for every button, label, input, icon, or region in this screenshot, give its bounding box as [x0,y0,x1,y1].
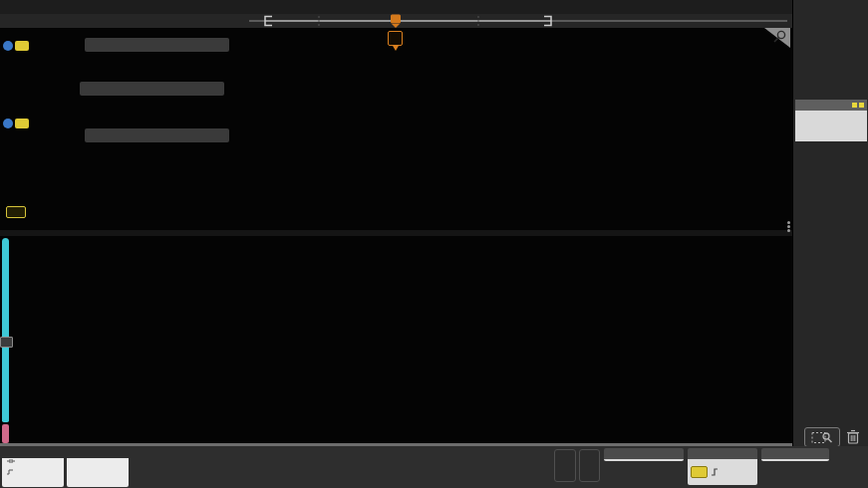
channel1-bandwidth [6,468,64,478]
meas1-source-dot [859,103,864,108]
trigger-title [688,448,757,459]
bottom-settings-bar [0,446,868,488]
digital-threshold-marker [0,337,13,348]
channel1-title [2,447,64,458]
menu-bar [0,0,792,15]
cursor-b-badge[interactable] [3,119,13,128]
delete-button[interactable] [844,427,862,445]
channel2-badge[interactable] [67,447,129,487]
acquisition-panel[interactable] [761,448,829,461]
horizontal-panel[interactable] [604,448,684,461]
trigger-flag-tail [393,46,399,51]
cursor-delta-readout[interactable] [80,82,224,96]
dvm-button[interactable] [554,449,576,482]
trigger-position-flag[interactable] [388,31,403,46]
rising-edge-icon [711,467,720,477]
waveform-view-tab-strip [0,14,792,28]
corner-zoom-icon[interactable] [762,28,790,48]
oscilloscope-app [0,0,868,488]
splitter-drag-handle[interactable] [786,220,791,233]
trigger-source-badge [691,466,708,478]
coupling-icon [6,458,64,468]
channel2-title [67,447,129,458]
triggered-status-badge [833,450,866,469]
trash-icon [846,429,860,444]
minimap-trigger-marker-icon[interactable] [391,15,401,29]
digital-group-handle[interactable] [2,238,9,422]
channel1-ground-marker[interactable] [6,206,26,218]
bandwidth-icon [6,468,14,475]
cursor-a-channel-badge [15,41,29,51]
horizontal-title [604,448,684,459]
trigger-panel[interactable] [688,448,757,485]
digital-plot [0,236,792,443]
cursor-b-readout[interactable] [85,128,229,142]
cursor-a-badge[interactable] [3,41,13,51]
meas1-badge[interactable] [795,111,867,141]
afg-button[interactable] [579,449,600,482]
digital-waveform-view[interactable] [0,236,792,443]
zoom-overview-minimap[interactable] [0,14,792,28]
zoom-mode-button[interactable] [804,427,840,447]
bus-group-handle[interactable] [2,424,9,443]
meas1-source-dot [852,103,857,108]
zoom-box-icon [811,431,833,444]
acquisition-title [761,448,829,459]
meas1-header[interactable] [795,100,867,111]
cursor-a-readout[interactable] [85,38,229,52]
right-sidebar [792,0,868,446]
channel1-badge[interactable] [2,447,64,487]
cursor-b-channel-badge [15,119,29,128]
